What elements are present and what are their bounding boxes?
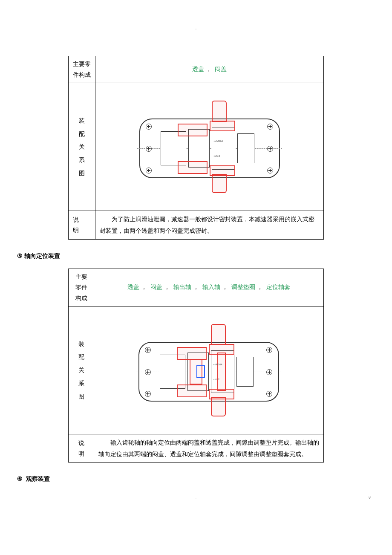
mechanical-drawing-1: m/M164 m/b:2 (135, 97, 284, 195)
separator: ， (141, 283, 147, 290)
parts-label: 主要零件构成 (73, 61, 91, 78)
separator: ， (222, 283, 228, 290)
circled-number-5: ⑤ (17, 252, 23, 259)
separator: ， (257, 283, 263, 290)
part-link-adjust-washer[interactable]: 调整垫圈 (231, 283, 255, 290)
separator: ， (206, 66, 212, 72)
assembly-diagram-cell-1: m/M164 m/b:2 (95, 83, 324, 211)
footer-page-indicator: v (369, 495, 371, 500)
parts-list-cell: 透盖， 闷盖 (95, 56, 324, 83)
desc-label-cell: 说 明 (69, 211, 95, 239)
separator: ， (164, 283, 170, 290)
heading-6-text: 观察装置 (26, 475, 50, 482)
page-footer: . v (0, 495, 392, 500)
header-dot: . (17, 26, 375, 30)
parts-label-cell-2: 主要零件构成 (69, 269, 94, 306)
section-heading-5: ⑤轴向定位装置 (17, 252, 375, 260)
desc-label: 说 明 (73, 214, 91, 236)
part-link-tougai-2[interactable]: 透盖 (127, 283, 139, 290)
diagram-label-2: 装配关系图 (73, 338, 89, 403)
footer-dot: . (0, 495, 392, 500)
part-link-input-shaft[interactable]: 输入轴 (202, 283, 220, 290)
separator: ， (193, 283, 199, 290)
part-link-positioning-sleeve[interactable]: 定位轴套 (266, 283, 290, 290)
parts-label-2: 主要零件构成 (75, 273, 87, 301)
desc-label-cell-2: 说明 (69, 434, 94, 462)
part-link-output-shaft[interactable]: 输出轴 (173, 283, 191, 290)
part-link-tougai[interactable]: 透盖 (192, 66, 204, 72)
section-heading-6: ⑥ 观察装置 (17, 475, 375, 483)
parts-label-cell: 主要零件构成 (69, 56, 95, 83)
description-cell-1: 为了防止润滑油泄漏，减速器一般都设计密封装置，本减速器采用的嵌入式密封装置，由两… (95, 211, 324, 239)
description-cell-2: 输入齿轮轴的轴向定位由两端闷盖和透盖完成，间隙由调整垫片完成。输出轴的轴向定位由… (94, 434, 324, 462)
diagram-label-cell-2: 装配关系图 (69, 306, 94, 434)
desc-label-2: 说明 (73, 438, 89, 459)
axial-positioning-table: 主要零件构成 透盖， 闷盖， 输出轴， 输入轴， 调整垫圈， 定位轴套 装配关系… (68, 269, 324, 463)
part-link-mengai[interactable]: 闷盖 (215, 66, 227, 72)
sealing-device-table: 主要零件构成 透盖， 闷盖 装配关系图 (68, 56, 324, 240)
mechanical-drawing-2: m/M164 m/b:2 (134, 321, 283, 419)
part-link-mengai-2[interactable]: 闷盖 (150, 283, 162, 290)
diagram-label: 装配关系图 (73, 114, 91, 180)
parts-list-cell-2: 透盖， 闷盖， 输出轴， 输入轴， 调整垫圈， 定位轴套 (94, 269, 324, 306)
heading-5-text: 轴向定位装置 (24, 252, 60, 259)
circled-number-6: ⑥ (17, 475, 23, 482)
diagram-label-cell: 装配关系图 (69, 83, 95, 211)
assembly-diagram-cell-2: m/M164 m/b:2 (94, 306, 324, 434)
